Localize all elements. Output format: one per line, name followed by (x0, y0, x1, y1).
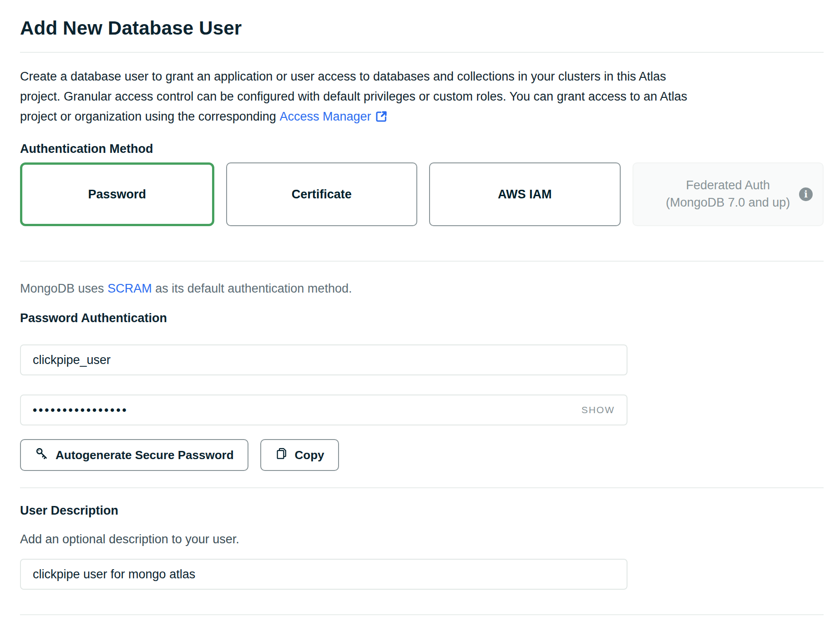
password-auth-heading: Password Authentication (20, 311, 824, 325)
key-icon (35, 446, 49, 464)
auth-method-heading: Authentication Method (20, 142, 824, 156)
intro-line-3: project or organization using the corres… (20, 106, 824, 126)
info-icon[interactable]: i (799, 187, 813, 201)
intro-line-3-text: project or organization using the corres… (20, 106, 276, 126)
access-manager-link[interactable]: Access Manager (279, 106, 371, 126)
password-masked-value: •••••••••••••••• (33, 403, 128, 417)
page-title: Add New Database User (20, 17, 824, 39)
scram-link[interactable]: SCRAM (107, 282, 152, 295)
scram-note-before: MongoDB uses (20, 282, 104, 295)
username-value: clickpipe_user (33, 353, 111, 367)
auth-method-options: Password Certificate AWS IAM Federated A… (20, 162, 824, 226)
user-description-heading: User Description (20, 504, 824, 518)
scram-note-after: as its default authentication method. (155, 282, 352, 295)
intro-line-2: project. Granular access control can be … (20, 86, 824, 106)
external-link-icon (374, 110, 388, 123)
auth-option-federated-label-line1: Federated Auth (686, 177, 770, 194)
scram-note: MongoDB uses SCRAM as its default authen… (20, 282, 824, 296)
user-description-helper: Add an optional description to your user… (20, 532, 824, 546)
auth-option-password[interactable]: Password (20, 162, 214, 226)
divider (20, 261, 824, 262)
auth-option-aws-iam[interactable]: AWS IAM (429, 162, 621, 226)
divider (20, 614, 824, 615)
auth-option-aws-iam-label: AWS IAM (498, 187, 552, 202)
auth-option-federated-label-line2: (MongoDB 7.0 and up) (666, 194, 790, 212)
auth-option-certificate[interactable]: Certificate (226, 162, 418, 226)
auth-option-certificate-label: Certificate (292, 187, 352, 202)
user-description-value: clickpipe user for mongo atlas (33, 567, 195, 582)
username-input[interactable]: clickpipe_user (20, 344, 627, 375)
copy-button-label: Copy (295, 448, 324, 462)
user-description-input[interactable]: clickpipe user for mongo atlas (20, 559, 627, 590)
show-password-button[interactable]: SHOW (582, 405, 615, 415)
auth-option-federated-auth: Federated Auth (MongoDB 7.0 and up) i (633, 162, 824, 226)
auth-option-password-label: Password (88, 187, 146, 202)
autogenerate-password-button[interactable]: Autogenerate Secure Password (20, 439, 248, 471)
intro-paragraph: Create a database user to grant an appli… (20, 66, 824, 126)
divider (20, 487, 824, 488)
password-actions: Autogenerate Secure Password Copy (20, 439, 824, 471)
add-database-user-form: Add New Database User Create a database … (0, 17, 840, 615)
divider (20, 52, 824, 53)
copy-password-button[interactable]: Copy (260, 439, 339, 471)
autogenerate-password-label: Autogenerate Secure Password (56, 448, 234, 462)
copy-icon (275, 447, 288, 464)
intro-line-1: Create a database user to grant an appli… (20, 66, 824, 86)
password-input[interactable]: •••••••••••••••• SHOW (20, 394, 627, 425)
